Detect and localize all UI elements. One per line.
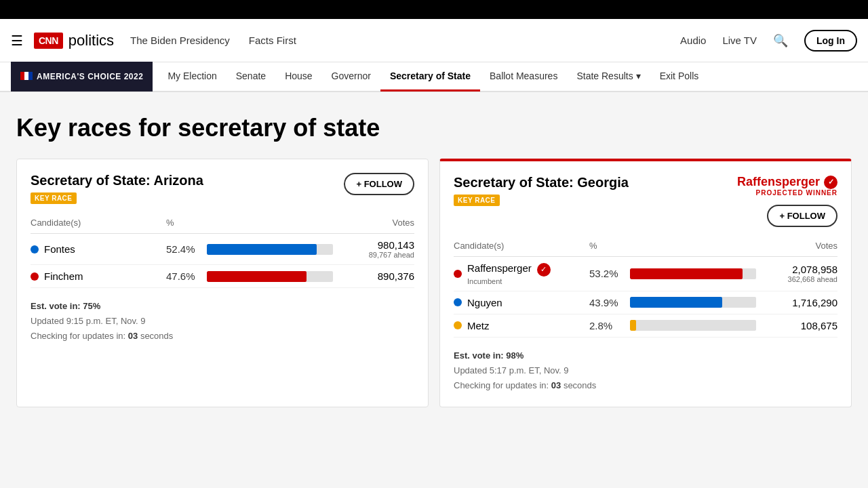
nav-audio[interactable]: Audio [680, 35, 706, 46]
countdown: 03 [128, 331, 138, 341]
election-nav-links: My Election Senate House Governor Secret… [158, 62, 708, 92]
candidate-name: Fontes [31, 243, 166, 255]
cards-container: Secretary of State: Arizona KEY RACE + F… [16, 159, 852, 407]
votes-col: 2,078,958 362,668 ahead [756, 264, 837, 283]
candidate-pct: 43.9% [589, 297, 630, 308]
candidate-pct: 2.8% [589, 320, 630, 331]
page-title: Key races for secretary of state [16, 114, 852, 142]
search-icon[interactable]: 🔍 [773, 33, 788, 48]
col-header-bar [207, 218, 333, 228]
vote-bar-container [630, 297, 756, 308]
vote-bar-container [630, 320, 756, 331]
col-header-candidates: Candidate(s) [31, 218, 166, 228]
votes-main: 108,675 [756, 320, 837, 331]
candidate-name-text: Fontes [44, 243, 75, 255]
svg-rect-0 [20, 72, 24, 80]
politics-label: politics [68, 32, 114, 49]
race-card-title-area: Secretary of State: Georgia KEY RACE [454, 175, 629, 206]
candidate-pct: 52.4% [166, 243, 207, 255]
votes-col: 890,376 [333, 270, 414, 282]
votes-sub: 89,767 ahead [333, 251, 414, 259]
winner-banner: Raffensperger ✓ PROJECTED WINNER [737, 175, 837, 197]
election-nav-state-results[interactable]: State Results ▾ [567, 62, 650, 92]
party-dot-yellow [454, 321, 462, 329]
election-brand: AMERICA'S CHOICE 2022 [11, 62, 153, 92]
winner-name-text: Raffensperger [737, 175, 820, 189]
col-header-votes: Votes [333, 218, 414, 228]
votes-main: 980,143 [333, 239, 414, 251]
nav-links: The Biden Presidency Facts First [130, 35, 680, 46]
follow-button[interactable]: + FOLLOW [344, 173, 414, 195]
votes-col: 108,675 [756, 320, 837, 331]
election-nav-senate[interactable]: Senate [226, 62, 275, 92]
projected-winner-check-icon: ✓ [824, 176, 837, 189]
election-nav-governor[interactable]: Governor [322, 62, 380, 92]
vote-bar-container [207, 271, 333, 282]
svg-rect-1 [24, 72, 28, 80]
race-card-header: Secretary of State: Georgia KEY RACE Raf… [454, 175, 837, 227]
candidate-row: Metz 2.8% 108,675 [454, 314, 837, 338]
race-card-header: Secretary of State: Arizona KEY RACE + F… [31, 173, 414, 204]
vote-bar-fill [207, 244, 317, 255]
checking-text: Checking for updates in: 03 seconds [31, 329, 414, 344]
checking-text: Checking for updates in: 03 seconds [454, 378, 837, 393]
main-content: Key races for secretary of state Secreta… [0, 92, 868, 488]
follow-button[interactable]: + FOLLOW [767, 205, 837, 227]
candidate-row: Nguyen 43.9% 1,716,290 [454, 291, 837, 314]
nav-link-biden[interactable]: The Biden Presidency [130, 35, 230, 46]
col-header-pct: % [589, 241, 630, 251]
race-card-title: Secretary of State: Georgia [454, 175, 629, 190]
votes-main: 2,078,958 [756, 264, 837, 275]
header-right: Raffensperger ✓ PROJECTED WINNER + FOLLO… [737, 175, 837, 227]
key-race-badge: KEY RACE [454, 195, 500, 206]
election-nav-ballot[interactable]: Ballot Measures [480, 62, 567, 92]
election-nav: AMERICA'S CHOICE 2022 My Election Senate… [0, 62, 868, 92]
race-card-title: Secretary of State: Arizona [31, 173, 203, 188]
vote-bar-container [207, 244, 333, 255]
key-race-badge: KEY RACE [31, 192, 77, 204]
main-nav: ☰ CNN politics The Biden Presidency Fact… [0, 19, 868, 62]
candidates-header: Candidate(s) % Votes [454, 235, 837, 257]
election-nav-secretary[interactable]: Secretary of State [380, 62, 480, 92]
countdown: 03 [551, 380, 561, 390]
top-bar [0, 0, 868, 19]
col-header-bar [630, 241, 756, 251]
projected-winner-label: PROJECTED WINNER [737, 189, 837, 197]
vote-bar-fill [207, 271, 307, 282]
vote-bar-container [630, 268, 756, 279]
candidate-pct: 53.2% [589, 268, 630, 279]
candidate-name-text: Metz [467, 320, 490, 331]
est-vote: Est. vote in: 98% [454, 348, 837, 363]
nav-link-facts[interactable]: Facts First [249, 35, 296, 46]
vote-bar-fill [630, 268, 743, 279]
winner-check-icon: ✓ [537, 263, 551, 277]
election-nav-exit-polls[interactable]: Exit Polls [650, 62, 709, 92]
candidate-name: Finchem [31, 270, 166, 282]
election-nav-house[interactable]: House [275, 62, 321, 92]
votes-col: 1,716,290 [756, 297, 837, 308]
election-nav-my-election[interactable]: My Election [158, 62, 226, 92]
header-right: + FOLLOW [344, 173, 414, 195]
votes-main: 890,376 [333, 270, 414, 282]
candidate-row: Fontes 52.4% 980,143 89,767 ahead [31, 234, 414, 265]
winner-name-projected: Raffensperger ✓ [737, 175, 837, 189]
svg-rect-2 [28, 72, 33, 80]
candidate-name-text: Nguyen [467, 297, 502, 308]
votes-col: 980,143 89,767 ahead [333, 239, 414, 259]
candidate-row: Finchem 47.6% 890,376 [31, 265, 414, 288]
votes-main: 1,716,290 [756, 297, 837, 308]
logo-area: CNN politics [34, 32, 114, 49]
election-brand-label: AMERICA'S CHOICE 2022 [37, 72, 143, 81]
login-button[interactable]: Log In [804, 30, 857, 52]
hamburger-menu[interactable]: ☰ [11, 33, 23, 49]
candidate-name-text: Finchem [44, 270, 83, 282]
card-footer: Est. vote in: 75% Updated 9:15 p.m. ET, … [31, 299, 414, 344]
candidates-header: Candidate(s) % Votes [31, 212, 414, 234]
party-dot-red [454, 270, 462, 278]
vote-bar-fill [630, 320, 636, 331]
update-time: Updated 9:15 p.m. ET, Nov. 9 [31, 314, 414, 329]
col-header-candidates: Candidate(s) [454, 241, 589, 251]
nav-livetv[interactable]: Live TV [722, 35, 757, 46]
cnn-logo: CNN [34, 33, 63, 49]
candidate-name: Metz [454, 320, 589, 331]
